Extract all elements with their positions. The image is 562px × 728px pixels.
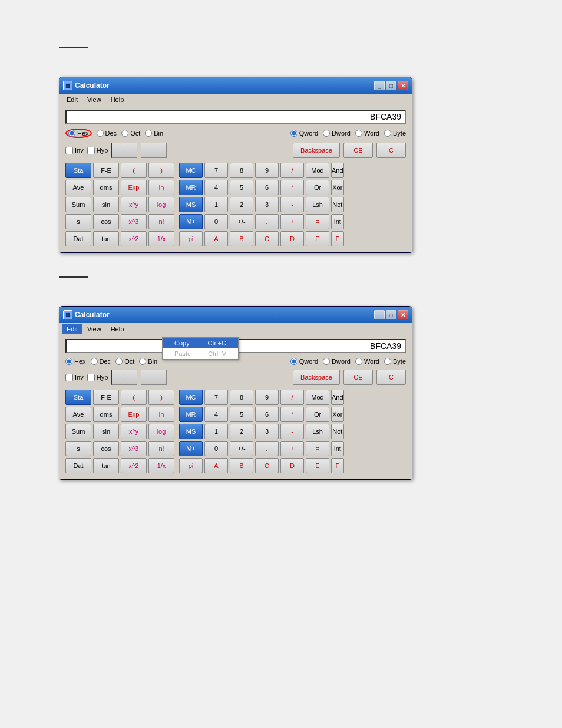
lparen-btn-2[interactable]: (: [121, 390, 147, 405]
sin-btn-2[interactable]: sin: [93, 424, 119, 439]
radio-dword-2[interactable]: Dword: [323, 358, 351, 365]
checkbox-inv-2[interactable]: Inv: [65, 374, 84, 381]
mr-btn-2[interactable]: MR: [179, 407, 203, 422]
rparen-btn-1[interactable]: ): [148, 163, 174, 178]
radio-word-input-1[interactable]: [355, 130, 362, 137]
n7-btn-2[interactable]: 7: [204, 390, 228, 405]
close-button-2[interactable]: ✕: [398, 310, 408, 319]
sta-btn-1[interactable]: Sta: [65, 163, 91, 178]
recip-btn-1[interactable]: 1/x: [148, 231, 174, 246]
n9-btn-2[interactable]: 9: [255, 390, 279, 405]
radio-hex-1[interactable]: Hex: [65, 129, 92, 138]
exp-btn-2[interactable]: Exp: [121, 407, 147, 422]
radio-byte-2[interactable]: Byte: [384, 358, 406, 365]
radio-hex-2[interactable]: Hex: [65, 358, 86, 365]
radio-byte-input-2[interactable]: [384, 358, 391, 365]
tan-btn-2[interactable]: tan: [93, 458, 119, 473]
menu-view-2[interactable]: View: [82, 324, 106, 334]
backspace-button-1[interactable]: Backspace: [293, 143, 340, 158]
c-button-2[interactable]: C: [376, 370, 406, 385]
recip-btn-2[interactable]: 1/x: [148, 458, 174, 473]
ln-btn-1[interactable]: ln: [148, 180, 174, 195]
radio-qword-input-1[interactable]: [290, 130, 297, 137]
dot-btn-1[interactable]: .: [255, 214, 279, 229]
backspace-button-2[interactable]: Backspace: [293, 370, 340, 385]
xor-btn-2[interactable]: Xor: [331, 407, 344, 422]
checkbox-hyp-2[interactable]: Hyp: [87, 374, 108, 381]
menu-edit-1[interactable]: Edit: [62, 95, 82, 104]
maximize-button-1[interactable]: □: [386, 81, 396, 90]
or-btn-2[interactable]: Or: [306, 407, 329, 422]
mul-btn-1[interactable]: *: [280, 180, 304, 195]
menu-help-2[interactable]: Help: [106, 324, 129, 334]
n1-btn-2[interactable]: 1: [204, 424, 228, 439]
radio-hex-input-2[interactable]: [65, 358, 72, 365]
mc-btn-2[interactable]: MC: [179, 390, 203, 405]
ce-button-1[interactable]: CE: [343, 143, 373, 158]
ave-btn-2[interactable]: Ave: [65, 407, 91, 422]
radio-bin-1[interactable]: Bin: [145, 130, 163, 137]
n8-btn-1[interactable]: 8: [230, 163, 253, 178]
int-btn-1[interactable]: Int: [331, 214, 344, 229]
radio-bin-input-2[interactable]: [139, 358, 146, 365]
n2-btn-1[interactable]: 2: [230, 197, 253, 212]
s-btn-1[interactable]: s: [65, 214, 91, 229]
log-btn-1[interactable]: log: [148, 197, 174, 212]
xy-btn-2[interactable]: x^y: [121, 424, 147, 439]
n9-btn-1[interactable]: 9: [255, 163, 279, 178]
n2-btn-2[interactable]: 2: [230, 424, 253, 439]
e-btn-2[interactable]: E: [306, 458, 329, 473]
mul-btn-2[interactable]: *: [280, 407, 304, 422]
nfact-btn-1[interactable]: n!: [148, 214, 174, 229]
radio-oct-input-1[interactable]: [121, 130, 128, 137]
sub-btn-2[interactable]: -: [280, 424, 304, 439]
tan-btn-1[interactable]: tan: [93, 231, 119, 246]
cos-btn-1[interactable]: cos: [93, 214, 119, 229]
radio-dec-1[interactable]: Dec: [97, 130, 117, 137]
xy-btn-1[interactable]: x^y: [121, 197, 147, 212]
n3-btn-2[interactable]: 3: [255, 424, 279, 439]
radio-dword-input-2[interactable]: [323, 358, 330, 365]
minimize-button-2[interactable]: _: [374, 310, 385, 319]
cos-btn-2[interactable]: cos: [93, 441, 119, 456]
s-btn-2[interactable]: s: [65, 441, 91, 456]
lsh-btn-1[interactable]: Lsh: [306, 197, 329, 212]
b-btn-1[interactable]: B: [230, 231, 253, 246]
n0-btn-2[interactable]: 0: [204, 441, 228, 456]
dot-btn-2[interactable]: .: [255, 441, 279, 456]
eq-btn-1[interactable]: =: [306, 214, 329, 229]
and-btn-2[interactable]: And: [331, 390, 344, 405]
menu-help-1[interactable]: Help: [106, 95, 129, 104]
d-btn-1[interactable]: D: [280, 231, 304, 246]
dms-btn-1[interactable]: dms: [93, 180, 119, 195]
int-btn-2[interactable]: Int: [331, 441, 344, 456]
radio-dword-input-1[interactable]: [323, 130, 330, 137]
checkbox-inv-input-2[interactable]: [65, 374, 73, 381]
checkbox-inv-input-1[interactable]: [65, 147, 73, 154]
fe-btn-1[interactable]: F-E: [93, 163, 119, 178]
mplus-btn-1[interactable]: M+: [179, 214, 203, 229]
sum-btn-1[interactable]: Sum: [65, 197, 91, 212]
not-btn-1[interactable]: Not: [331, 197, 344, 212]
n3-btn-1[interactable]: 3: [255, 197, 279, 212]
n4-btn-2[interactable]: 4: [204, 407, 228, 422]
sin-btn-1[interactable]: sin: [93, 197, 119, 212]
checkbox-inv-1[interactable]: Inv: [65, 147, 84, 154]
dat-btn-2[interactable]: Dat: [65, 458, 91, 473]
sum-btn-2[interactable]: Sum: [65, 424, 91, 439]
e-btn-1[interactable]: E: [306, 231, 329, 246]
radio-byte-1[interactable]: Byte: [384, 130, 406, 137]
pi-btn-1[interactable]: pi: [179, 231, 203, 246]
c-hex-btn-2[interactable]: C: [255, 458, 279, 473]
fe-btn-2[interactable]: F-E: [93, 390, 119, 405]
n0-btn-1[interactable]: 0: [204, 214, 228, 229]
c-hex-btn-1[interactable]: C: [255, 231, 279, 246]
log-btn-2[interactable]: log: [148, 424, 174, 439]
minimize-button-1[interactable]: _: [374, 81, 385, 90]
radio-bin-2[interactable]: Bin: [139, 358, 157, 365]
n6-btn-2[interactable]: 6: [255, 407, 279, 422]
div-btn-1[interactable]: /: [280, 163, 304, 178]
n5-btn-2[interactable]: 5: [230, 407, 253, 422]
mod-btn-1[interactable]: Mod: [306, 163, 329, 178]
close-button-1[interactable]: ✕: [398, 81, 408, 90]
